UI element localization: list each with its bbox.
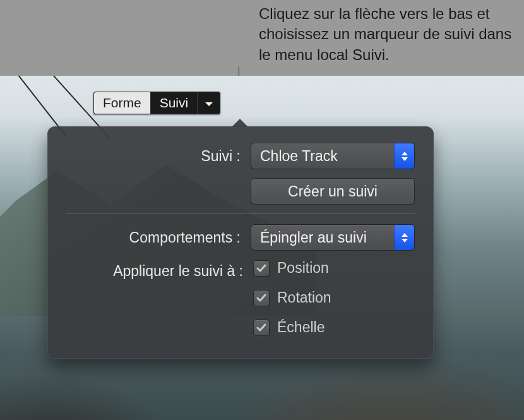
checkbox-echelle-label: Échelle [277,319,325,336]
stepper-arrows-icon [394,143,414,169]
create-track-button[interactable]: Créer un suivi [251,178,415,205]
track-select[interactable]: Chloe Track [251,143,415,169]
behavior-select[interactable]: Épingler au suivi [251,224,415,251]
checkbox-rotation-label: Rotation [277,289,331,306]
tab-suivi[interactable]: Suivi [150,92,198,114]
canvas-viewer: Forme Suivi Suivi : Chloe Track [0,76,524,420]
checkbox-position-label: Position [277,260,329,277]
checkbox-echelle[interactable] [253,320,270,336]
checkbox-position[interactable] [253,260,270,277]
track-select-value: Chloe Track [251,148,394,165]
check-icon [256,323,266,332]
checkbox-rotation[interactable] [253,290,270,306]
label-apply-to: Appliquer le suivi à : [66,263,253,280]
tab-forme[interactable]: Forme [93,92,150,114]
check-icon [256,264,266,273]
chevron-down-icon [205,95,213,111]
suivi-dropdown-toggle[interactable] [198,92,220,114]
inspector-bar: Forme Suivi [93,92,220,114]
behavior-select-value: Épingler au suivi [251,229,394,246]
suivi-popover: Suivi : Chloe Track Créer un suivi Compo… [47,126,434,359]
separator [66,213,415,214]
label-comportements: Comportements : [66,229,251,246]
callout-text: Cliquez sur la flèche vers le bas et cho… [259,4,518,65]
label-suivi: Suivi : [66,148,251,165]
stepper-arrows-icon [394,225,414,250]
check-icon [256,294,266,303]
